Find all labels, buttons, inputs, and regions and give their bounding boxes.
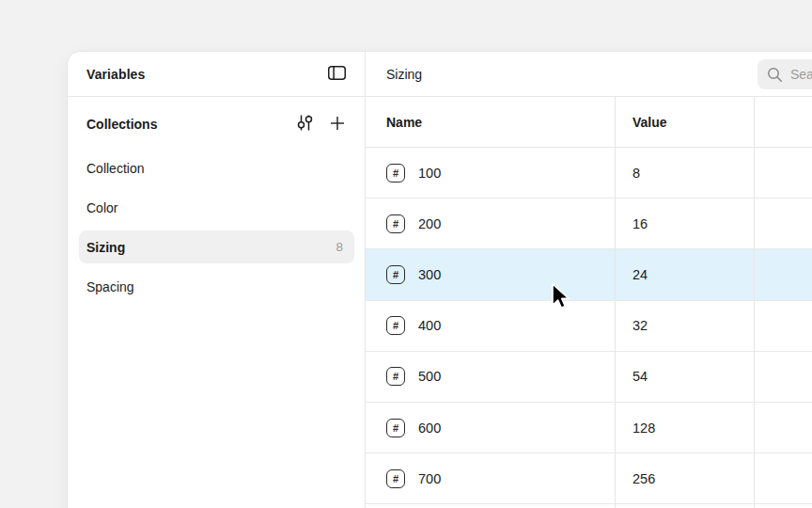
collections-actions (297, 114, 346, 135)
column-header-name: Name (366, 115, 616, 130)
filter-collections-button[interactable] (297, 114, 313, 135)
desktop-background: Variables Collections (0, 0, 812, 508)
collection-label: Collection (86, 161, 144, 176)
collections-title: Collections (86, 117, 157, 132)
variable-row[interactable]: # 200 16 (366, 198, 812, 249)
collection-count: 8 (336, 240, 343, 254)
sidebar-collection-item[interactable]: Sizing 8 (79, 230, 354, 263)
variable-name: 600 (418, 421, 441, 436)
main-header: Sizing (366, 52, 812, 97)
variable-name-cell: # 400 (366, 316, 616, 335)
collection-page-title: Sizing (386, 67, 422, 82)
variable-name-cell: # 200 (366, 214, 616, 233)
variable-name-cell: # 500 (366, 367, 616, 386)
variable-value: 128 (632, 421, 655, 436)
variable-value-cell[interactable]: 16 (616, 216, 755, 231)
variable-rows: # 100 8 # 200 16 (366, 148, 812, 504)
variable-name-cell: # 300 (366, 265, 616, 284)
variables-main: Sizing Name Value (366, 52, 812, 508)
sidebar-header: Variables (68, 52, 365, 97)
sliders-icon (297, 114, 313, 135)
number-variable-icon: # (386, 164, 405, 183)
search-box[interactable] (757, 59, 812, 89)
variable-value: 54 (632, 369, 648, 384)
variable-row[interactable]: # 100 8 (366, 148, 812, 198)
number-variable-icon: # (386, 367, 405, 386)
variable-value-cell[interactable]: 54 (616, 369, 755, 384)
number-variable-icon: # (386, 316, 405, 335)
variable-value-cell[interactable]: 256 (616, 471, 755, 486)
variable-row[interactable]: # 700 256 (366, 453, 812, 504)
variable-name: 500 (418, 369, 441, 384)
column-header-value: Value (616, 115, 755, 130)
toggle-sidebar-button[interactable] (328, 66, 346, 83)
table-header: Name Value (366, 97, 812, 148)
variable-value: 16 (632, 216, 648, 231)
collections-header: Collections (68, 104, 365, 144)
variable-name: 400 (418, 318, 441, 333)
variable-row[interactable]: # 300 24 (366, 249, 812, 300)
variable-value-cell[interactable]: 32 (616, 318, 755, 333)
variable-row[interactable]: # 600 128 (366, 403, 812, 453)
variable-value: 32 (632, 318, 648, 333)
variable-value-cell[interactable]: 128 (616, 421, 755, 436)
variable-row[interactable]: # 500 54 (366, 352, 812, 403)
panel-left-icon (328, 66, 346, 83)
panel-title: Variables (86, 67, 145, 82)
search-icon (767, 67, 783, 83)
variable-name-cell: # 100 (366, 164, 616, 183)
variable-value: 256 (632, 471, 655, 486)
plus-icon (330, 116, 345, 134)
number-variable-icon: # (386, 214, 405, 233)
collection-label: Spacing (86, 279, 134, 294)
sidebar-collection-item[interactable]: Collection (79, 151, 354, 184)
variable-value-cell[interactable]: 24 (616, 267, 755, 282)
variable-name: 200 (418, 216, 441, 231)
variable-value: 8 (632, 166, 640, 181)
variable-row[interactable]: # 400 32 (366, 301, 812, 352)
variable-name-cell: # 700 (366, 469, 616, 488)
variable-name: 100 (418, 166, 441, 181)
number-variable-icon: # (386, 469, 405, 488)
variable-name: 700 (418, 471, 441, 486)
search-input[interactable] (790, 67, 812, 82)
variables-panel: Variables Collections (68, 52, 812, 508)
number-variable-icon: # (386, 265, 405, 284)
sidebar-collection-item[interactable]: Color (79, 191, 354, 224)
variable-value-cell[interactable]: 8 (616, 166, 755, 181)
collection-list: Collection Color Sizing 8 Spacing (68, 151, 365, 303)
sidebar: Variables Collections (68, 52, 366, 508)
variable-name-cell: # 600 (366, 419, 616, 437)
number-variable-icon: # (386, 419, 405, 437)
collection-label: Color (86, 200, 117, 215)
add-collection-button[interactable] (330, 116, 345, 134)
variable-value: 24 (632, 267, 648, 282)
collection-label: Sizing (86, 240, 125, 255)
variable-name: 300 (418, 267, 441, 282)
sidebar-collection-item[interactable]: Spacing (79, 270, 354, 303)
